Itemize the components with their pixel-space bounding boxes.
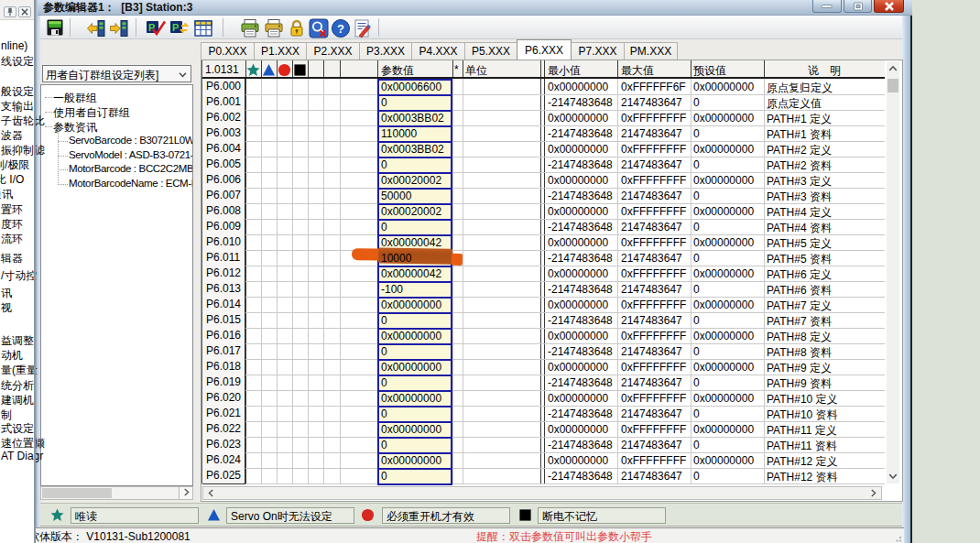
function-list-item[interactable]: 置环 bbox=[1, 202, 23, 218]
scroll-right-icon[interactable] bbox=[181, 487, 191, 500]
function-list-item[interactable]: 式设定 bbox=[1, 421, 34, 437]
scroll-left-icon[interactable] bbox=[206, 488, 216, 501]
search-cancel-icon[interactable] bbox=[309, 18, 329, 38]
row-header-P6.016[interactable]: P6.016 bbox=[202, 328, 245, 344]
row-header-P6.006[interactable]: P6.006 bbox=[202, 172, 245, 189]
row-header-P6.011[interactable]: P6.011 bbox=[202, 250, 245, 266]
row-header-P6.012[interactable]: P6.012 bbox=[202, 266, 245, 282]
tree-info-item[interactable]: ServoBarcode : B30721L0W2 bbox=[69, 135, 193, 146]
row-header-P6.015[interactable]: P6.015 bbox=[202, 312, 245, 329]
row-header-P6.002[interactable]: P6.002 bbox=[202, 110, 245, 126]
export-params-icon[interactable] bbox=[109, 18, 129, 38]
tree-scrollbar-thumb[interactable] bbox=[42, 488, 112, 498]
row-header-P6.022[interactable]: P6.022 bbox=[202, 421, 245, 438]
import-params-icon[interactable] bbox=[86, 18, 106, 38]
scroll-right-icon[interactable] bbox=[868, 488, 878, 501]
pin-icon[interactable] bbox=[4, 6, 16, 17]
row-header-P6.023[interactable]: P6.023 bbox=[202, 437, 245, 453]
function-list-item[interactable]: 建调机 bbox=[1, 393, 34, 408]
group-list-dropdown[interactable]: 用者自订群组设定列表] bbox=[42, 65, 191, 82]
restore-button[interactable] bbox=[844, 0, 872, 13]
row-header-P6.020[interactable]: P6.020 bbox=[202, 390, 245, 407]
row-header-P6.025[interactable]: P6.025 bbox=[202, 468, 245, 484]
title-bar[interactable]: 参数编辑器1： [B3] Station:3 bbox=[38, 0, 912, 16]
function-list-item[interactable]: /寸动控 bbox=[1, 268, 37, 284]
row-header-P6.010[interactable]: P6.010 bbox=[202, 234, 245, 251]
row-header-P6.019[interactable]: P6.019 bbox=[202, 375, 245, 391]
resize-grip-icon[interactable] bbox=[894, 535, 902, 543]
row-header-P6.001[interactable]: P6.001 bbox=[202, 94, 245, 111]
function-list-item[interactable]: 通讯 bbox=[0, 187, 13, 202]
scroll-up-icon[interactable] bbox=[887, 63, 898, 77]
tree-info-item[interactable]: ServoModel : ASD-B3-0721-L bbox=[69, 149, 193, 160]
function-list-item[interactable]: 益调整 bbox=[1, 333, 34, 349]
function-list-item[interactable]: nline) bbox=[1, 39, 27, 52]
row-header-P6.014[interactable]: P6.014 bbox=[202, 297, 245, 313]
row-header-P6.007[interactable]: P6.007 bbox=[202, 188, 245, 204]
row-header-P6.024[interactable]: P6.024 bbox=[202, 452, 245, 469]
function-list-item[interactable]: 线设定 bbox=[1, 54, 34, 70]
row-header-P6.009[interactable]: P6.009 bbox=[202, 219, 245, 235]
function-list-item[interactable]: 讯 bbox=[1, 286, 12, 301]
function-list-item[interactable]: 辑器 bbox=[1, 251, 23, 266]
tab-p4-xxx[interactable]: P4.XXX bbox=[411, 42, 465, 60]
row-header-P6.005[interactable]: P6.005 bbox=[202, 157, 245, 173]
tab-p0-xxx[interactable]: P0.XXX bbox=[201, 42, 255, 60]
function-list-item[interactable]: 统分析 bbox=[1, 378, 34, 394]
tab-p6-xxx[interactable]: P6.XXX bbox=[517, 39, 572, 60]
grid-vertical-scrollbar[interactable] bbox=[887, 61, 899, 483]
function-list-item[interactable]: 波器 bbox=[1, 128, 23, 144]
table-view-icon[interactable] bbox=[193, 18, 213, 38]
chevron-down-icon[interactable] bbox=[178, 70, 188, 82]
function-list-item[interactable]: 度环 bbox=[1, 217, 23, 233]
function-list-item[interactable]: 支输出 bbox=[1, 99, 34, 114]
scroll-down-icon[interactable] bbox=[887, 471, 898, 484]
function-list-item[interactable]: 动机 bbox=[1, 348, 23, 364]
function-list-item[interactable]: 制/极限 bbox=[0, 157, 29, 173]
row-header-P6.003[interactable]: P6.003 bbox=[202, 125, 245, 142]
function-list-item[interactable]: 视 bbox=[1, 300, 12, 316]
tree-info-item[interactable]: MotorBarcode : BCC2C2MBW bbox=[69, 163, 193, 174]
tree-horizontal-scrollbar[interactable] bbox=[40, 486, 193, 500]
function-list-item[interactable]: AT Diagr bbox=[1, 450, 43, 462]
transfer-params-icon[interactable]: P bbox=[169, 18, 190, 38]
function-list-item[interactable]: 振抑制滤 bbox=[1, 143, 45, 158]
print-icon[interactable] bbox=[240, 18, 260, 38]
tree-scrollbar-right-button[interactable] bbox=[179, 487, 192, 499]
close-icon[interactable] bbox=[18, 6, 31, 17]
minimize-button[interactable] bbox=[812, 0, 842, 13]
row-header-P6.017[interactable]: P6.017 bbox=[202, 343, 245, 360]
tab-p3-xxx[interactable]: P3.XXX bbox=[359, 42, 412, 60]
tab-p7-xxx[interactable]: P7.XXX bbox=[571, 42, 625, 60]
row-header-P6.013[interactable]: P6.013 bbox=[202, 281, 245, 298]
row-header-P6.021[interactable]: P6.021 bbox=[202, 406, 245, 422]
value-box-P6.025[interactable] bbox=[377, 468, 452, 485]
grid-vscrollbar-thumb[interactable] bbox=[887, 79, 898, 92]
row-header-P6.018[interactable]: P6.018 bbox=[202, 359, 245, 375]
function-list-item[interactable]: 流环 bbox=[1, 232, 23, 247]
tree-group-item[interactable]: 一般群组 bbox=[53, 91, 97, 106]
row-header-P6.008[interactable]: P6.008 bbox=[202, 203, 245, 220]
verify-params-icon[interactable]: P bbox=[146, 18, 166, 38]
close-button[interactable] bbox=[874, 0, 904, 13]
help-icon[interactable]: ? bbox=[331, 18, 351, 38]
tab-pm-xxx[interactable]: PM.XXX bbox=[624, 42, 678, 60]
wizard-icon[interactable] bbox=[353, 18, 373, 38]
tree-group-item[interactable]: 参数资讯 bbox=[53, 120, 97, 136]
tab-p1-xxx[interactable]: P1.XXX bbox=[254, 42, 307, 60]
dock-splitter[interactable] bbox=[34, 0, 36, 543]
print-preview-icon[interactable] bbox=[264, 18, 284, 38]
row-header-P6.004[interactable]: P6.004 bbox=[202, 141, 245, 157]
tree-info-item[interactable]: MotorBarcodeName : ECM-BC bbox=[69, 178, 193, 189]
tree-group-item[interactable]: 使用者自订群组 bbox=[53, 105, 130, 121]
lock-icon[interactable] bbox=[289, 18, 309, 38]
function-list-item[interactable]: 般设定 bbox=[1, 84, 34, 100]
tab-p2-xxx[interactable]: P2.XXX bbox=[306, 42, 360, 60]
save-icon[interactable] bbox=[46, 18, 66, 38]
function-list-item[interactable]: 子齿轮比 bbox=[1, 114, 45, 129]
grid-horizontal-scrollbar[interactable] bbox=[202, 486, 882, 500]
row-header-P6.000[interactable]: P6.000 bbox=[202, 79, 245, 95]
function-list-item[interactable]: 量(重量 bbox=[1, 363, 38, 378]
tab-p5-xxx[interactable]: P5.XXX bbox=[464, 42, 517, 60]
function-list-item[interactable]: 比 I/O bbox=[0, 172, 24, 188]
